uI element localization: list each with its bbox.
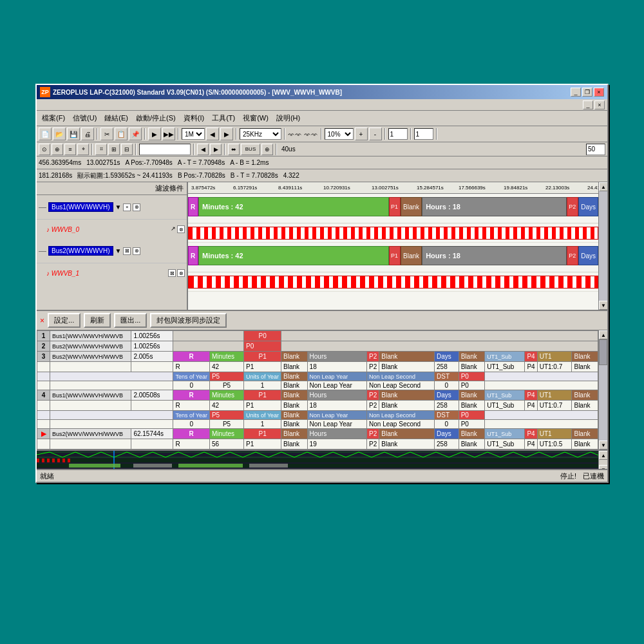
bus2-checkbox1[interactable]: ⊠ [123,247,131,255]
menu-tools[interactable]: 工具(T) [208,112,239,124]
row3-blank2-h: Blank [379,352,435,362]
sync-button[interactable]: 封包與波形同步設定 [150,313,227,328]
row5-days-h: Days [435,429,459,439]
row5-r: R [173,429,210,439]
menu-help[interactable]: 說明(H) [272,112,304,124]
settings-button[interactable]: 設定... [48,313,80,328]
time3-label: 13.002751s [86,159,120,166]
tb-cut[interactable]: ✂ [100,128,113,140]
menu-window[interactable]: 視窗(W) [239,112,272,124]
r4v-bl4: Blank [572,401,598,411]
r4v-0 [37,401,50,411]
count2-input[interactable] [414,128,433,140]
tb-zoom-out[interactable]: - [369,128,382,140]
tb2-arrow1[interactable]: ◀ [197,144,209,155]
bus2-button[interactable]: Bus2(WWV/WWVH) [48,246,113,256]
wave-scroll-up[interactable]: ▲ [599,182,607,191]
tb-play[interactable]: ▶ [148,128,161,140]
r4v-bl: Blank [281,401,307,411]
val-label: 4.322 [283,172,299,179]
r4sh-0 [37,411,50,420]
sample-rate-select[interactable]: 1M [182,128,205,140]
menu-data[interactable]: 資料(I) [180,112,208,124]
tb-save[interactable]: 💾 [67,128,80,140]
wwvb0-arrow[interactable]: ↗ [171,225,176,233]
close-button[interactable]: × [594,88,604,97]
sub-close[interactable]: × [594,100,605,109]
tb2-9[interactable]: ⊕ [261,144,273,155]
tb2-4[interactable]: ⌖ [77,144,89,155]
sep12 [193,144,194,155]
bus2-arrow[interactable]: ▼ [115,247,122,254]
restore-button[interactable]: ❐ [582,88,592,97]
val50-input[interactable] [586,144,605,155]
menu-signal[interactable]: 信號(U) [69,112,100,124]
r3v-p1: P1 [244,362,281,372]
tb-left[interactable]: ◀ [206,128,219,140]
time-input[interactable]: 456.36395 [139,144,191,155]
table-row-5: ▶ Bus2(WWV/WWVH/WWVB 62.15744s R Minutes… [37,429,598,439]
menu-link[interactable]: 鏈結(E) [100,112,132,124]
bus1-arrow[interactable]: ▼ [115,204,122,211]
mini-scroll-up[interactable]: ▲ [599,451,607,460]
bus1-checkbox1[interactable]: × [123,204,131,211]
wwvb1-check2[interactable]: ⊗ [177,269,185,277]
tscroll-up[interactable]: ▲ [599,330,607,339]
tb-new[interactable]: 📄 [39,128,52,140]
tb2-5[interactable]: ⌗ [95,144,107,155]
row1-time: 1.00256s [131,331,173,341]
tb2-bus[interactable]: BUS [241,144,260,155]
r5v-hr: 19 [307,439,366,450]
r4sv-tens: 0 [173,420,210,429]
count1-input[interactable] [388,128,408,140]
export-button[interactable]: 匯出... [114,313,147,328]
r4v-p1: P1 [244,401,281,411]
wwvb1-check1[interactable]: ⊠ [168,269,176,277]
r4sv-p5: P5 [209,420,243,429]
tb-copy[interactable]: 📋 [115,128,128,140]
wave-scroll-down[interactable]: ▼ [599,301,607,310]
bus2-checkbox2[interactable]: ⊗ [133,247,140,255]
freq-select[interactable]: 25KHz [240,128,281,140]
tb-print[interactable]: 🖨 [81,128,94,140]
tb2-arrow2[interactable]: ▶ [210,144,222,155]
tb2-2[interactable]: ⊕ [52,144,63,155]
r3v-p2: P2 [367,362,379,372]
menu-file[interactable]: 檔案(F) [38,112,69,124]
scale-select[interactable]: 10% [325,128,354,140]
tb2-3[interactable]: ≡ [64,144,76,155]
wwvb0-check[interactable]: ⊗ [177,225,185,233]
tb2-1[interactable]: ⊙ [39,144,50,155]
refresh-button[interactable]: 刷新 [84,313,111,328]
r5v-p2: P2 [367,439,379,450]
r4sv-units: 1 [244,420,281,429]
r4sh-tens: Tens of Year [173,411,210,420]
tb2-6[interactable]: ⊞ [108,144,120,155]
tb-open[interactable]: 📂 [53,128,66,140]
tscroll-down[interactable]: ▼ [599,440,607,450]
r3sh-p5: P5 [209,372,243,381]
bottom-toolbar: × 設定... 刷新 匯出... 封包與波形同步設定 [37,311,607,330]
tb-right[interactable]: ▶ [220,128,233,140]
tscroll-thumb[interactable] [599,339,607,365]
block-blank1: Blank [401,197,422,216]
tb-paste[interactable]: 📌 [129,128,142,140]
bus1-checkbox2[interactable]: ⊗ [133,204,140,211]
tb-zoom-in[interactable]: + [355,128,368,140]
r3v-bl4: Blank [572,362,598,372]
row5-minutes-h: Minutes [209,429,243,439]
close-x[interactable]: × [40,316,44,325]
tb2-7[interactable]: ⊟ [121,144,133,155]
r5v-bl4: Blank [572,439,598,450]
sub-minimize[interactable]: _ [583,100,593,109]
toolbar-row2: ⊙ ⊕ ≡ ⌖ ⌗ ⊞ ⊟ 456.36395 ◀ ▶ ⬌ BUS ⊕ 40us [37,142,607,156]
tb2-8[interactable]: ⬌ [228,144,240,155]
tb-fforward[interactable]: ▶▶ [162,128,175,140]
menu-startstop[interactable]: 啟動/停止(S) [132,112,180,124]
desktop: ZP ZEROPLUS LAP-C(321000) Standard V3.09… [0,0,644,644]
table-row-4: 4 Bus1(WWV/WWVH/WWVB 2.00508s R Minutes … [37,390,598,401]
bus1-button[interactable]: Bus1(WWV/WWVH) [48,202,113,212]
minimize-button[interactable]: _ [571,88,581,97]
title-bar: ZP ZEROPLUS LAP-C(321000) Standard V3.09… [37,85,607,99]
bus1-dash: — [39,203,46,212]
